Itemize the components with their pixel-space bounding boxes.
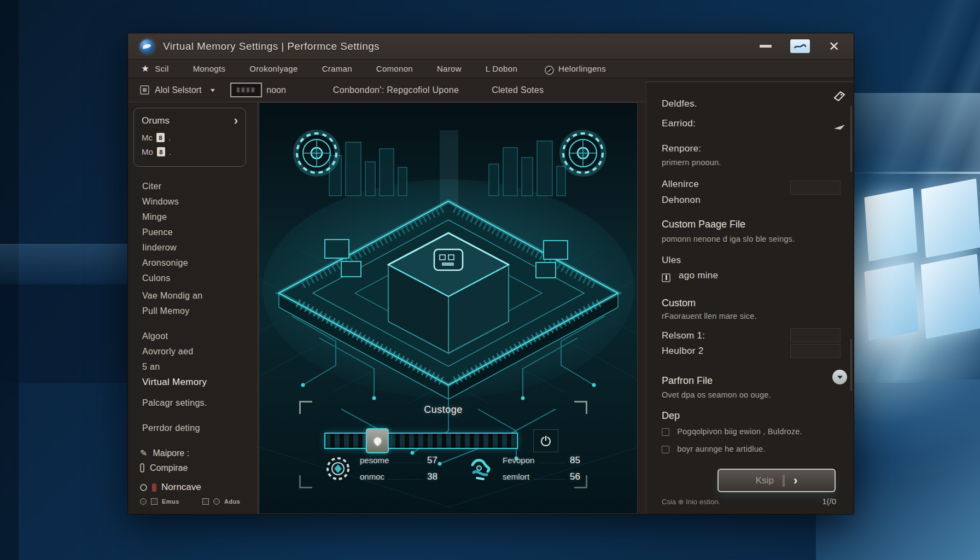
- checkbox-label: ago mine: [679, 270, 718, 281]
- sidebar-item-5an[interactable]: 5 an: [142, 359, 207, 375]
- selector-dropdown[interactable]: Alol Selstort: [155, 85, 201, 95]
- panel-label-deldfes: Deldfes.: [662, 98, 838, 109]
- sidebar-item-citer[interactable]: Citer: [142, 179, 202, 194]
- sidebar-item-puence[interactable]: Puence: [142, 225, 202, 240]
- button-divider: [783, 475, 785, 487]
- sidebar-item-pull-memoy[interactable]: Pull Memoy: [142, 304, 202, 319]
- selector-icon: [140, 85, 149, 95]
- sidebar-box-row[interactable]: Mc 8 .: [142, 133, 238, 142]
- power-button[interactable]: [533, 429, 558, 452]
- checkbox-icon[interactable]: [662, 428, 669, 436]
- window-title: Virtual Memory Settings | Performce Sett…: [163, 40, 380, 52]
- menu-item-helorlingens[interactable]: Helorlingens: [558, 64, 606, 73]
- card-icon[interactable]: [151, 498, 158, 505]
- thumbnail-content: [237, 88, 255, 92]
- sidebar-item-vae-mondig[interactable]: Vae Mondig an: [142, 288, 202, 304]
- clock-icon[interactable]: [213, 498, 220, 505]
- panel-header-dep: Dep: [662, 410, 838, 422]
- sidebar-item-virtual-memory[interactable]: Virtual Memory: [142, 375, 207, 390]
- ksip-button[interactable]: Ksip ›: [718, 469, 836, 492]
- minimize-button[interactable]: [760, 45, 772, 48]
- sidebar-item-culons[interactable]: Culons: [142, 271, 202, 286]
- panel-sub-parfron-file: Ovet dpa os seamon oo ouge.: [662, 390, 838, 399]
- ring-icon: [140, 484, 147, 491]
- sidebar-item-iinderow[interactable]: Iinderow: [142, 240, 202, 255]
- sidebar-top-box[interactable]: Orums Mc 8 . Mo 8 .: [133, 108, 246, 167]
- sidebar-box-row[interactable]: Mo 8 .: [142, 147, 238, 156]
- badge: 8: [156, 133, 165, 142]
- chevron-right-icon[interactable]: [234, 114, 238, 128]
- menu-item-craman[interactable]: Craman: [322, 64, 352, 73]
- checkbox-row-ago-mine[interactable]: ago mine: [662, 270, 838, 281]
- slider-hud: Custoge: [299, 401, 587, 488]
- sidebar-item-algoot[interactable]: Algoot: [142, 329, 207, 344]
- memory-slider-track[interactable]: [324, 433, 518, 449]
- checkbox-label: Pogqolpivon biig ewion , Buldroze.: [677, 427, 802, 436]
- input-field-ghost[interactable]: [790, 344, 841, 358]
- sidebar-item-norncave[interactable]: Norncave: [140, 482, 240, 493]
- sidebar-item-windows[interactable]: Windows: [142, 194, 202, 209]
- stat-label: pesome: [360, 456, 389, 465]
- memory-slider-handle[interactable]: [366, 428, 389, 453]
- drop-icon: [372, 436, 382, 446]
- title-bar[interactable]: Virtual Memory Settings | Performce Sett…: [128, 33, 854, 60]
- close-button[interactable]: ✕: [829, 40, 839, 53]
- app-icon: [140, 39, 154, 54]
- star-icon: [141, 63, 149, 74]
- thumbnail-label: noon: [266, 85, 286, 95]
- checkbox-icon[interactable]: [662, 273, 670, 282]
- menu-item-orokonlyage[interactable]: Orokonlyage: [249, 64, 298, 73]
- thumbnail-box[interactable]: [230, 83, 262, 97]
- chevron-down-icon[interactable]: [209, 86, 216, 94]
- panel-label-ules: Ules: [662, 255, 838, 266]
- panel-label-earriod: Earriod:: [662, 118, 838, 129]
- scrollbar-segment[interactable]: [850, 106, 852, 172]
- stat-row: Fevopon 85: [503, 455, 580, 466]
- menu-bar: Scil Monogts Orokonlyage Craman Comonon …: [128, 60, 854, 78]
- sidebar-item-perrdor[interactable]: Perrdor deting: [142, 421, 200, 436]
- gear-icon: [323, 454, 353, 483]
- stat-label: Fevopon: [503, 456, 534, 465]
- toolbar: Alol Selstort noon Conbondon': Repgcofio…: [128, 78, 646, 102]
- input-field-ghost[interactable]: [790, 180, 841, 195]
- chevron-right-icon: ›: [794, 474, 797, 488]
- sidebar-item-palcagr[interactable]: Palcagr setings.: [142, 395, 207, 411]
- row-suffix: .: [169, 147, 171, 156]
- stat-value: 57: [427, 455, 438, 466]
- checkbox-row-2[interactable]: boyr aunnge he artidlue.: [662, 444, 838, 453]
- tool-label: Compirae: [150, 463, 188, 473]
- toolbar-link-1[interactable]: Conbondon': Repgcofiol Upone: [333, 85, 459, 95]
- sidebar-item-minge[interactable]: Minge: [142, 209, 202, 225]
- menu-item-comonon[interactable]: Comonon: [376, 64, 413, 73]
- stat-label: semlort: [503, 472, 529, 481]
- checkbox-row-1[interactable]: Pogqolpivon biig ewion , Buldroze.: [662, 427, 838, 436]
- menu-item-scil[interactable]: Scil: [155, 64, 168, 73]
- stat-group-left: pesome 57 onmoc 38: [323, 454, 438, 483]
- menu-item-monogts[interactable]: Monogts: [193, 64, 226, 73]
- sidebar-tool-compirae[interactable]: Compirae: [140, 460, 189, 475]
- sidebar-box-header[interactable]: Orums: [142, 115, 170, 126]
- stat-value: 56: [570, 471, 580, 482]
- mini-label-adus: Adus: [224, 498, 241, 505]
- card-icon[interactable]: [202, 498, 209, 505]
- stat-group-right: Fevopon 85 semlort 56: [466, 454, 580, 483]
- stat-row: onmoc 38: [360, 471, 438, 482]
- sidebar-item-aronsonige[interactable]: Aronsonige: [142, 255, 202, 271]
- scrollbar-segment[interactable]: [850, 339, 852, 391]
- maximize-button[interactable]: [790, 39, 810, 53]
- clip-icon: [140, 463, 144, 472]
- settings-panel: Deldfes. Earriod: Renpore: primern pnoou…: [646, 81, 854, 515]
- menu-item-dobon[interactable]: L Dobon: [486, 64, 517, 73]
- bracket-corner: [574, 401, 587, 414]
- sidebar-tool-maipore[interactable]: Maipore :: [140, 446, 189, 460]
- stat-row: pesome 57: [360, 455, 438, 466]
- menu-item-narow[interactable]: Narow: [437, 64, 462, 73]
- panel-sub-custom: rFaorauent llen mare sice.: [662, 312, 838, 320]
- toolbar-link-2[interactable]: Cleted Sotes: [492, 85, 544, 95]
- panel-header-custom-page-file: Custom Paage File: [662, 219, 838, 230]
- maximize-glyph-icon: [794, 43, 807, 50]
- coin-icon[interactable]: [140, 498, 147, 505]
- checkbox-icon[interactable]: [662, 446, 669, 453]
- input-field-ghost[interactable]: [790, 328, 841, 342]
- sidebar-item-aovrorly[interactable]: Aovrorly aed: [142, 344, 207, 359]
